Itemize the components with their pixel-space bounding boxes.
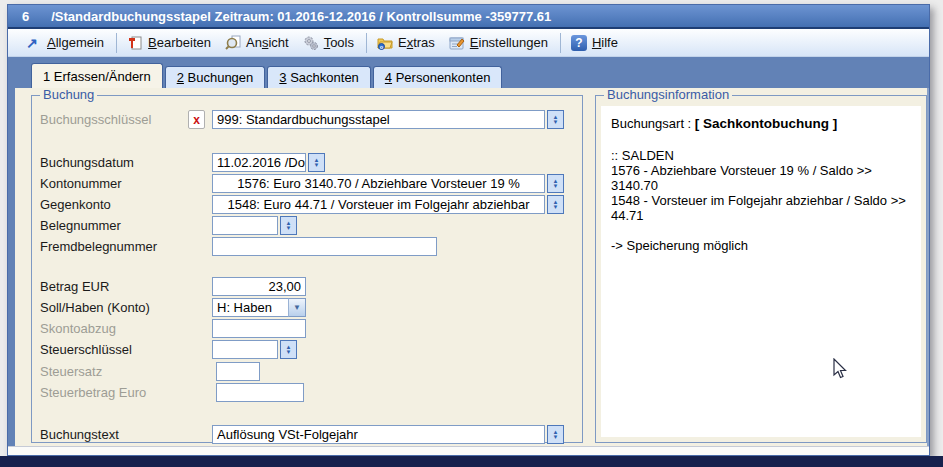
- tab-sachkonten[interactable]: 3 Sachkonten: [267, 66, 371, 88]
- buchungstext-field[interactable]: Auflösung VSt-Folgejahr: [212, 425, 545, 444]
- label-belegnummer: Belegnummer: [40, 218, 121, 233]
- window-frame-left: [8, 88, 15, 446]
- menu-item-einstellungen[interactable]: Einstellungen: [443, 33, 556, 53]
- belegnummer-spinner[interactable]: ▲▼: [280, 216, 297, 235]
- menu-item-tools[interactable]: Tools: [297, 33, 362, 53]
- menu-label: Hilfe: [592, 35, 618, 50]
- application-window: 6 /Standardbuchungsstapel Zeitraum: 01.2…: [7, 4, 930, 456]
- toolbar-separator: [116, 33, 117, 53]
- buchungsart-value: [ Sachkontobuchung ]: [695, 116, 838, 131]
- menu-label: Tools: [324, 35, 354, 50]
- group-buchung: Buchung Buchungsschlüssel x 999: Standar…: [31, 95, 583, 443]
- group-info-title: Buchungsinformation: [604, 88, 732, 102]
- window-bottom-edge: [8, 446, 929, 455]
- info-panel: Buchungsart : [ Sachkontobuchung ] :: SA…: [601, 106, 921, 437]
- sollhaben-dropdown-button[interactable]: ▼: [288, 298, 306, 317]
- toolbar-separator: [366, 33, 367, 53]
- steuersatz-field[interactable]: [216, 362, 260, 381]
- buchungsdatum-field[interactable]: 11.02.2016 /Do: [212, 153, 306, 172]
- window-title: /Standardbuchungsstapel Zeitraum: 01.201…: [51, 9, 551, 24]
- mouse-cursor: [833, 358, 847, 379]
- settings-icon: [449, 35, 465, 51]
- label-skontoabzug: Skontoabzug: [40, 321, 116, 336]
- stack-number: 6: [22, 9, 29, 24]
- buchungsdatum-spinner[interactable]: ▲▼: [308, 153, 325, 172]
- salden-header: :: SALDEN: [611, 148, 921, 163]
- label-gegenkonto: Gegenkonto: [40, 197, 111, 212]
- sollhaben-field[interactable]: H: Haben: [212, 298, 288, 317]
- label-sollhaben: Soll/Haben (Konto): [40, 300, 150, 315]
- delete-key-icon[interactable]: x: [188, 110, 205, 129]
- buchungsschluessel-spinner[interactable]: ▲▼: [547, 110, 564, 129]
- label-steuerbetrag: Steuerbetrag Euro: [40, 385, 146, 400]
- buchungsschluessel-field[interactable]: 999: Standardbuchungsstapel: [212, 110, 545, 129]
- steuerschluessel-spinner[interactable]: ▲▼: [280, 340, 297, 359]
- tab-strip: 1 Erfassen/Ändern 2 Buchungen 3 Sachkont…: [8, 57, 929, 88]
- label-steuerschluessel: Steuerschlüssel: [40, 342, 132, 357]
- group-buchungsinformation: Buchungsinformation Buchungsart : [ Sach…: [595, 95, 927, 443]
- menu-item-ansicht[interactable]: Ansicht: [219, 33, 297, 53]
- status-message: -> Speicherung möglich: [611, 238, 921, 253]
- kontonummer-spinner[interactable]: ▲▼: [547, 174, 564, 193]
- label-betrag: Betrag EUR: [40, 279, 109, 294]
- menu-label: Ansicht: [246, 35, 289, 50]
- skontoabzug-field[interactable]: [212, 319, 306, 338]
- kontonummer-field[interactable]: 1576: Euro 3140.70 / Abziehbare Vorsteue…: [212, 174, 545, 193]
- buchungsart-line: Buchungsart : [ Sachkontobuchung ]: [611, 116, 921, 131]
- betrag-field[interactable]: 23,00: [212, 277, 306, 296]
- buchungstext-spinner[interactable]: ▲▼: [547, 425, 564, 444]
- saldo-line: 1576 - Abziehbare Vorsteuer 19 % / Saldo…: [611, 163, 921, 193]
- gears-icon: [303, 35, 319, 51]
- document-edit-icon: [127, 35, 143, 51]
- window-frame-right: [927, 88, 929, 446]
- menu-item-bearbeiten[interactable]: Bearbeiten: [121, 33, 219, 53]
- menu-label: Bearbeiten: [148, 35, 211, 50]
- label-buchungsdatum: Buchungsdatum: [40, 155, 134, 170]
- label-buchungstext: Buchungstext: [40, 427, 119, 442]
- tab-buchungen[interactable]: 2 Buchungen: [165, 66, 266, 88]
- menu-item-extras[interactable]: o Extras: [371, 33, 443, 53]
- menu-label: Einstellungen: [470, 35, 548, 50]
- help-icon: ?: [571, 35, 587, 51]
- tab-personenkonten[interactable]: 4 Personenkonten: [373, 66, 503, 88]
- gegenkonto-field[interactable]: 1548: Euro 44.71 / Vorsteuer im Folgejah…: [212, 195, 545, 214]
- menu-item-allgemein[interactable]: ↗ Allgemein: [20, 33, 112, 53]
- arrow-up-right-icon: ↗: [26, 35, 42, 51]
- belegnummer-field[interactable]: [212, 216, 278, 235]
- label-fremdbelegnummer: Fremdbelegnummer: [40, 239, 157, 254]
- label-steuersatz: Steuersatz: [40, 364, 102, 379]
- magnifier-icon: [225, 35, 241, 51]
- menu-label: Allgemein: [47, 35, 104, 50]
- gegenkonto-spinner[interactable]: ▲▼: [547, 195, 564, 214]
- steuerschluessel-field[interactable]: [212, 340, 278, 359]
- toolbar-separator: [560, 33, 561, 53]
- fremdbelegnummer-field[interactable]: [212, 237, 437, 256]
- label-buchungsschluessel: Buchungsschlüssel: [40, 112, 151, 127]
- group-buchung-title: Buchung: [40, 88, 97, 102]
- folder-icon: o: [377, 35, 393, 51]
- title-bar: 6 /Standardbuchungsstapel Zeitraum: 01.2…: [8, 5, 929, 29]
- tab-content: Buchung Buchungsschlüssel x 999: Standar…: [8, 88, 929, 446]
- steuerbetrag-field[interactable]: [216, 383, 304, 402]
- background-band: [0, 456, 943, 467]
- tab-erfassen-aendern[interactable]: 1 Erfassen/Ändern: [31, 63, 163, 88]
- menu-bar: ↗ Allgemein Bearbeiten Ansicht Tools o: [8, 29, 929, 57]
- menu-item-hilfe[interactable]: ? Hilfe: [565, 33, 626, 53]
- saldo-line: 1548 - Vorsteuer im Folgejahr abziehbar …: [611, 193, 921, 223]
- label-kontonummer: Kontonummer: [40, 176, 122, 191]
- menu-label: Extras: [398, 35, 435, 50]
